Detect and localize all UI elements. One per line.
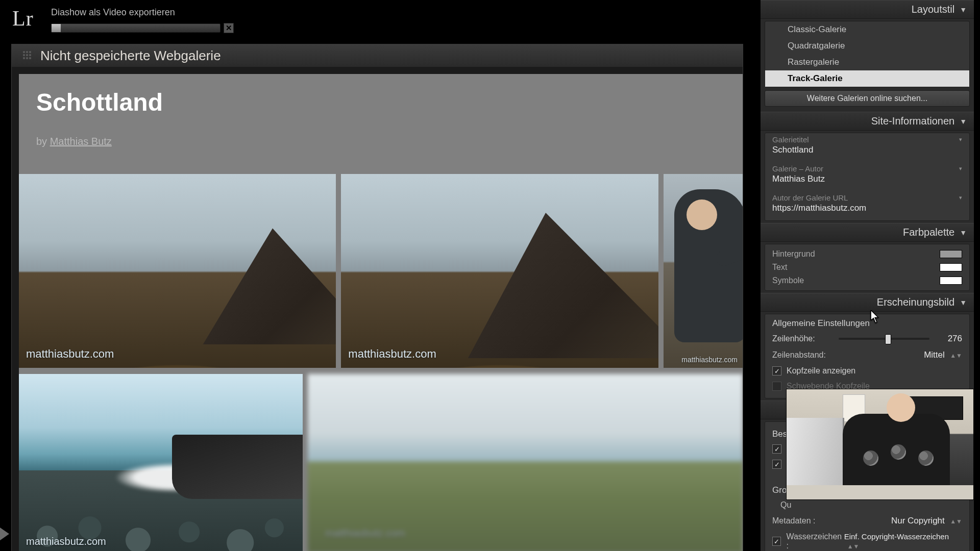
rowspacing-value[interactable]: Mittel bbox=[924, 350, 945, 360]
galerietitel-label: Galerietitel bbox=[772, 135, 809, 144]
chevron-down-icon: ▼ bbox=[960, 117, 967, 126]
galerie-url-label: Autor der Galerie URL bbox=[772, 193, 848, 202]
watermark-value[interactable]: Einf. Copyright-Wasserzeichen bbox=[844, 532, 949, 541]
gallery-image[interactable]: matthiasbutz.com bbox=[341, 174, 658, 368]
rowheight-label: Zeilenhöhe: bbox=[772, 334, 834, 343]
bg-color-swatch[interactable] bbox=[940, 250, 962, 258]
quality-label: Qu bbox=[780, 500, 791, 510]
webcam-overlay bbox=[786, 389, 974, 500]
watermark: matthiasbutz.com bbox=[681, 356, 738, 364]
text-color-swatch[interactable] bbox=[940, 263, 962, 271]
section-farbpalette[interactable]: Farbpalette▼ bbox=[761, 223, 974, 242]
gallery-byline: by Matthias Butz bbox=[36, 136, 725, 147]
beschreibung-checkbox[interactable] bbox=[772, 460, 781, 469]
gallery-author-link[interactable]: Matthias Butz bbox=[50, 136, 112, 147]
section-layoutstil[interactable]: Layoutstil▼ bbox=[761, 0, 974, 19]
more-galleries-button[interactable]: Weitere Galerien online suchen... bbox=[765, 90, 970, 107]
web-gallery-preview[interactable]: Schottland by Matthias Butz matthiasbutz… bbox=[19, 74, 743, 551]
stepper-icon[interactable]: ▲▼ bbox=[847, 543, 860, 550]
text-color-label: Text bbox=[772, 263, 787, 272]
layout-option[interactable]: Rastergalerie bbox=[765, 54, 969, 70]
galerie-autor-label: Galerie – Autor bbox=[772, 164, 823, 173]
show-header-checkbox[interactable] bbox=[772, 366, 781, 375]
watermark: matthiasbutz.com bbox=[26, 536, 106, 547]
titel-checkbox[interactable] bbox=[772, 444, 781, 454]
gallery-image[interactable]: matthiasbutz.com bbox=[19, 374, 303, 551]
dropdown-icon[interactable]: ▾ bbox=[959, 165, 962, 172]
layout-option[interactable]: Track-Galerie bbox=[765, 70, 969, 87]
watermark: matthiasbutz.com bbox=[325, 528, 405, 539]
general-settings-label: Allgemeine Einstellungen bbox=[765, 314, 969, 331]
bg-color-label: Hintergrund bbox=[772, 249, 815, 259]
video-export-progress: Diashow als Video exportieren ✕ bbox=[51, 7, 240, 33]
stepper-icon[interactable]: ▲▼ bbox=[950, 518, 962, 525]
rowspacing-label: Zeilenabstand: bbox=[772, 350, 826, 360]
watermark: matthiasbutz.com bbox=[26, 347, 114, 361]
chevron-down-icon: ▼ bbox=[960, 229, 967, 237]
gallery-image[interactable]: matthiasbutz.com bbox=[664, 174, 743, 368]
watermark: matthiasbutz.com bbox=[348, 347, 436, 361]
symbol-color-label: Symbole bbox=[772, 276, 804, 285]
symbol-color-swatch[interactable] bbox=[940, 277, 962, 285]
preview-title: Nicht gespeicherte Webgalerie bbox=[40, 48, 221, 64]
stepper-icon[interactable]: ▲▼ bbox=[950, 352, 962, 359]
app-logo: Lr bbox=[0, 0, 34, 31]
export-title: Diashow als Video exportieren bbox=[51, 7, 240, 18]
drag-grip-icon[interactable] bbox=[23, 51, 32, 60]
rowheight-slider[interactable] bbox=[839, 338, 929, 340]
dropdown-icon[interactable]: ▾ bbox=[959, 136, 962, 143]
show-header-label: Kopfzeile anzeigen bbox=[787, 366, 855, 375]
watermark-checkbox[interactable] bbox=[772, 537, 781, 546]
galerietitel-input[interactable]: Schottland bbox=[772, 144, 962, 158]
preview-header: Nicht gespeicherte Webgalerie bbox=[12, 44, 743, 67]
rowheight-value[interactable]: 276 bbox=[935, 334, 962, 344]
gallery-image[interactable]: matthiasbutz.com bbox=[19, 174, 336, 368]
galerie-url-input[interactable]: https://matthiasbutz.com bbox=[772, 202, 962, 216]
chevron-down-icon: ▼ bbox=[960, 6, 967, 14]
watermark-label: Wasserzeichen : bbox=[786, 532, 844, 550]
section-erscheinungsbild[interactable]: Erscheinungsbild▼ bbox=[761, 293, 974, 312]
metadata-value[interactable]: Nur Copyright bbox=[891, 516, 945, 525]
gallery-image[interactable]: matthiasbutz.com bbox=[308, 374, 743, 551]
gallery-title: Schottland bbox=[36, 88, 725, 116]
export-progressbar bbox=[51, 23, 220, 33]
layout-option[interactable]: Quadratgalerie bbox=[765, 38, 969, 54]
floating-header-checkbox bbox=[772, 382, 781, 391]
section-site-info[interactable]: Site-Informationen▼ bbox=[761, 112, 974, 131]
galerie-autor-input[interactable]: Matthias Butz bbox=[772, 173, 962, 187]
left-panel-flyout-icon[interactable] bbox=[0, 528, 9, 540]
chevron-down-icon: ▼ bbox=[960, 298, 967, 307]
dropdown-icon[interactable]: ▾ bbox=[959, 194, 962, 201]
export-cancel-button[interactable]: ✕ bbox=[224, 23, 234, 33]
metadata-label: Metadaten : bbox=[772, 516, 816, 525]
layout-option[interactable]: Classic-Galerie bbox=[765, 21, 969, 38]
